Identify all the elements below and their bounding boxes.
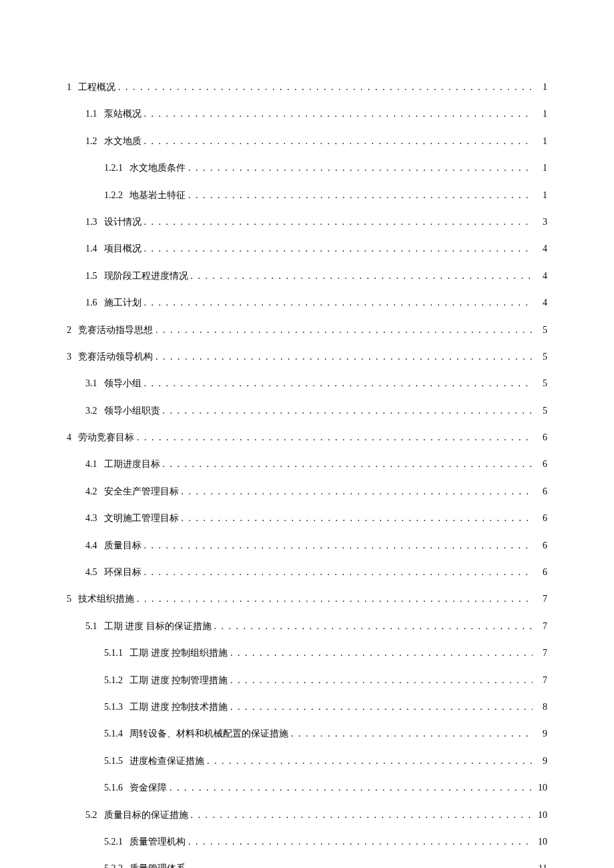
toc-entry: 1.4项目概况4 [85, 242, 547, 256]
toc-entry: 3竞赛活动领导机构5 [67, 350, 547, 364]
toc-entry-number: 4.2 [85, 484, 97, 499]
toc-entry-title: 设计情况 [104, 215, 141, 230]
toc-entry-page: 11 [535, 861, 547, 868]
toc-entry-page: 10 [535, 808, 547, 823]
toc-entry-number: 1.4 [85, 242, 97, 256]
toc-entry-page: 7 [535, 673, 547, 688]
toc-entry-number: 5.1.3 [104, 700, 123, 715]
toc-leader-dots [191, 269, 533, 284]
toc-entry-page: 7 [535, 619, 547, 634]
toc-entry-number: 4.1 [85, 457, 97, 472]
toc-entry-number: 4.3 [85, 511, 97, 526]
toc-entry-page: 4 [535, 269, 547, 284]
toc-leader-dots [291, 727, 533, 741]
toc-entry-title: 施工计划 [104, 296, 141, 310]
toc-entry-page: 1 [535, 107, 547, 121]
toc-leader-dots [144, 242, 533, 256]
toc-entry-page: 4 [535, 242, 547, 256]
toc-entry-title: 质量目标 [104, 538, 141, 553]
toc-entry-title: 竞赛活动指导思想 [78, 323, 153, 338]
toc-entry-number: 5.1.5 [104, 754, 123, 769]
toc-entry-title: 工期 进度 控制组织措施 [129, 646, 228, 661]
toc-leader-dots [182, 484, 533, 499]
toc-entry-title: 地基岩土特征 [129, 188, 186, 203]
toc-entry-title: 质量目标的保证措施 [104, 808, 188, 823]
toc-entry-number: 1 [67, 80, 71, 95]
toc-entry-number: 1.6 [85, 296, 97, 310]
toc-entry-title: 工期 进度 控制管理措施 [129, 673, 228, 688]
toc-entry-page: 9 [535, 727, 547, 741]
toc-entry-title: 周转设备、材料和机械配置的保证措施 [129, 727, 288, 741]
toc-entry-number: 5.2.1 [104, 835, 123, 849]
toc-entry-number: 5.2 [85, 808, 97, 823]
toc-leader-dots [188, 161, 533, 175]
toc-entry-number: 1.5 [85, 269, 97, 284]
toc-entry-page: 9 [535, 754, 547, 769]
toc-entry: 4.3文明施工管理目标6 [85, 511, 547, 526]
toc-entry: 5.2.2质量管理体系11 [104, 861, 547, 868]
toc-entry-page: 6 [535, 430, 547, 445]
toc-entry-title: 质量管理机构 [129, 835, 186, 849]
toc-entry-number: 1.1 [85, 107, 97, 121]
toc-entry: 5.2质量目标的保证措施10 [85, 808, 547, 823]
toc-entry-number: 5.1.6 [104, 781, 123, 795]
toc-entry: 4.5环保目标6 [85, 565, 547, 580]
toc-entry: 5.1.6资金保障10 [104, 781, 547, 795]
toc-entry: 5.1.3工期 进度 控制技术措施8 [104, 700, 547, 715]
toc-leader-dots [144, 296, 533, 310]
toc-entry: 5技术组织措施7 [67, 592, 547, 606]
toc-entry-title: 水文地质条件 [129, 161, 186, 175]
toc-entry: 1.2.2地基岩土特征1 [104, 188, 547, 203]
toc-entry-page: 4 [535, 296, 547, 310]
toc-leader-dots [144, 215, 533, 230]
toc-entry-page: 1 [535, 188, 547, 203]
toc-leader-dots [230, 646, 533, 661]
toc-entry-number: 5.1.4 [104, 727, 123, 741]
toc-entry-number: 3.2 [85, 404, 97, 418]
toc-leader-dots [188, 861, 533, 868]
toc-entry-page: 6 [535, 511, 547, 526]
toc-entry: 1.2.1水文地质条件1 [104, 161, 547, 175]
toc-entry: 4.1工期进度目标6 [85, 457, 547, 472]
toc-entry-number: 4.4 [85, 538, 97, 553]
toc-entry-page: 5 [535, 404, 547, 418]
toc-entry-page: 1 [535, 134, 547, 149]
toc-entry-title: 质量管理体系 [129, 861, 186, 868]
toc-leader-dots [214, 619, 533, 634]
toc-leader-dots [144, 565, 533, 580]
toc-entry-page: 6 [535, 484, 547, 499]
toc-entry-page: 5 [535, 376, 547, 391]
toc-leader-dots [170, 781, 533, 795]
toc-entry-title: 领导小组职责 [104, 404, 160, 418]
toc-entry: 1.3设计情况3 [85, 215, 547, 230]
toc-entry: 3.1领导小组5 [85, 376, 547, 391]
toc-leader-dots [188, 835, 533, 849]
toc-entry-title: 项目概况 [104, 242, 141, 256]
toc-entry: 3.2领导小组职责5 [85, 404, 547, 418]
toc-entry: 4.2安全生产管理目标6 [85, 484, 547, 499]
toc-entry: 1.5现阶段工程进度情况4 [85, 269, 547, 284]
toc-entry-number: 3.1 [85, 376, 97, 391]
toc-entry-number: 4.5 [85, 565, 97, 580]
toc-entry-page: 10 [535, 781, 547, 795]
toc-entry-number: 5.2.2 [104, 861, 123, 868]
toc-leader-dots [137, 430, 533, 445]
toc-entry-title: 文明施工管理目标 [104, 511, 179, 526]
toc-entry-number: 5 [67, 592, 71, 606]
toc-entry: 4.4质量目标6 [85, 538, 547, 553]
toc-entry-page: 5 [535, 323, 547, 338]
toc-entry-page: 6 [535, 565, 547, 580]
toc-entry-page: 7 [535, 592, 547, 606]
toc-leader-dots [188, 188, 533, 203]
toc-entry-title: 工期进度目标 [104, 457, 160, 472]
toc-entry-number: 5.1.1 [104, 646, 123, 661]
toc-entry: 1.6施工计划4 [85, 296, 547, 310]
toc-entry-title: 工期 进度 目标的保证措施 [104, 619, 212, 634]
toc-entry-title: 工程概况 [78, 80, 115, 95]
toc-entry-number: 2 [67, 323, 71, 338]
toc-leader-dots [144, 538, 533, 553]
toc-entry-title: 资金保障 [129, 781, 167, 795]
toc-leader-dots [137, 592, 533, 606]
toc-entry: 2竞赛活动指导思想5 [67, 323, 547, 338]
toc-entry-title: 竞赛活动领导机构 [78, 350, 153, 364]
